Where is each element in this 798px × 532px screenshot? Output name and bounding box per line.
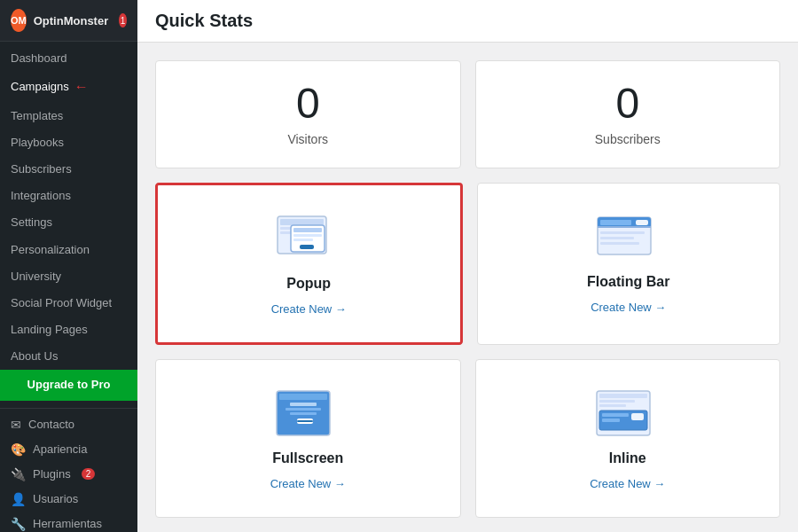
tools-icon: 🔧 [11, 517, 26, 531]
svg-rect-11 [600, 220, 631, 225]
svg-rect-27 [599, 404, 626, 407]
svg-rect-6 [293, 234, 322, 237]
sidebar-item-apariencia[interactable]: 🎨 Apariencia [0, 437, 137, 462]
plugins-icon: 🔌 [11, 467, 26, 481]
visitors-label: Visitors [192, 132, 425, 146]
sidebar-item-campaigns-label: Campaigns [11, 79, 69, 95]
svg-rect-18 [279, 394, 327, 400]
sidebar-item-upgrade[interactable]: Upgrade to Pro [0, 370, 137, 400]
fullscreen-create-link[interactable]: Create New → [270, 477, 346, 490]
sidebar-item-settings[interactable]: Settings [0, 209, 137, 236]
sidebar-divider-wp [0, 408, 137, 409]
svg-rect-19 [290, 403, 317, 406]
sidebar-item-plugins[interactable]: 🔌 Plugins 2 [0, 462, 137, 487]
sidebar-item-herramientas-label: Herramientas [33, 517, 102, 530]
sidebar-item-landing-pages[interactable]: Landing Pages [0, 317, 137, 343]
mail-icon: ✉ [11, 418, 21, 432]
visitors-number: 0 [192, 82, 425, 125]
inline-create-link[interactable]: Create New → [590, 477, 665, 490]
main-content: Quick Stats 0 Visitors 0 Subscribers [137, 0, 798, 532]
campaign-card-fullscreen[interactable]: Fullscreen Create New → [155, 359, 461, 518]
stats-row: 0 Visitors 0 Subscribers [155, 60, 780, 168]
plugins-badge: 2 [82, 468, 96, 480]
sidebar-item-usuarios[interactable]: 👤 Usuarios [0, 487, 137, 512]
svg-rect-12 [636, 220, 648, 225]
sidebar-item-usuarios-label: Usuarios [33, 492, 78, 505]
sidebar-logo[interactable]: OM OptinMonster 1 [0, 0, 137, 42]
sidebar-logo-text: OptinMonster [34, 14, 109, 27]
inline-illustration [592, 387, 663, 440]
svg-rect-7 [293, 239, 313, 241]
users-icon: 👤 [11, 492, 26, 506]
svg-rect-23 [297, 420, 313, 422]
sidebar-item-dashboard[interactable]: Dashboard [0, 45, 137, 72]
svg-rect-1 [280, 219, 324, 225]
floating-bar-title: Floating Bar [587, 274, 669, 290]
svg-rect-31 [631, 413, 644, 420]
sidebar-nav: Dashboard Campaigns ← Templates Playbook… [0, 42, 137, 404]
sidebar-item-contacto-label: Contacto [28, 418, 74, 431]
floating-bar-create-link[interactable]: Create New → [591, 301, 666, 314]
svg-rect-20 [286, 408, 321, 411]
svg-rect-30 [602, 419, 620, 422]
svg-rect-13 [598, 226, 651, 228]
subscribers-number: 0 [512, 82, 745, 125]
sidebar-item-personalization[interactable]: Personalization [0, 237, 137, 263]
svg-rect-21 [290, 412, 317, 415]
arrow-icon: ← [74, 77, 89, 97]
svg-rect-29 [602, 413, 629, 417]
svg-rect-5 [293, 228, 322, 232]
popup-title: Popup [286, 276, 331, 292]
content-area: 0 Visitors 0 Subscribers [137, 43, 798, 532]
sidebar-item-apariencia-label: Apariencia [33, 442, 87, 456]
svg-rect-26 [599, 400, 635, 403]
campaign-card-inline[interactable]: Inline Create New → [475, 359, 781, 518]
inline-title: Inline [609, 450, 646, 466]
campaign-cards-row-1: Popup Create New → [155, 183, 780, 345]
page-title: Quick Stats [137, 0, 798, 43]
appearance-icon: 🎨 [11, 442, 26, 457]
sidebar-item-subscribers[interactable]: Subscribers [0, 156, 137, 183]
sidebar: OM OptinMonster 1 Dashboard Campaigns ← … [0, 0, 137, 532]
stat-card-subscribers: 0 Subscribers [475, 60, 781, 168]
sidebar-item-university[interactable]: University [0, 263, 137, 290]
svg-rect-15 [600, 237, 634, 239]
sidebar-item-about-us[interactable]: About Us [0, 343, 137, 370]
sidebar-item-social-proof[interactable]: Social Proof Widget [0, 290, 137, 317]
sidebar-item-herramientas[interactable]: 🔧 Herramientas [0, 512, 137, 532]
sidebar-item-templates[interactable]: Templates [0, 103, 137, 129]
subscribers-label: Subscribers [512, 132, 745, 146]
popup-illustration [273, 212, 344, 265]
floating-bar-illustration [593, 210, 664, 263]
svg-rect-25 [599, 394, 647, 398]
optinmonster-icon: OM [11, 9, 27, 32]
svg-rect-8 [300, 245, 314, 249]
sidebar-logo-badge: 1 [119, 13, 127, 27]
sidebar-item-plugins-label: Plugins [33, 467, 71, 481]
sidebar-item-campaigns[interactable]: Campaigns ← [0, 72, 137, 102]
svg-rect-16 [600, 242, 639, 245]
sidebar-item-contacto[interactable]: ✉ Contacto [0, 412, 137, 437]
fullscreen-title: Fullscreen [272, 450, 343, 466]
sidebar-item-integrations[interactable]: Integrations [0, 183, 137, 209]
campaign-card-floating-bar[interactable]: Floating Bar Create New → [477, 183, 781, 345]
campaign-card-popup[interactable]: Popup Create New → [155, 183, 463, 345]
stat-card-visitors: 0 Visitors [155, 60, 461, 168]
sidebar-item-playbooks[interactable]: Playbooks [0, 129, 137, 156]
fullscreen-illustration [272, 387, 343, 440]
campaign-cards-row-2: Fullscreen Create New → [155, 359, 780, 518]
svg-rect-14 [600, 231, 645, 234]
popup-create-link[interactable]: Create New → [271, 302, 347, 316]
